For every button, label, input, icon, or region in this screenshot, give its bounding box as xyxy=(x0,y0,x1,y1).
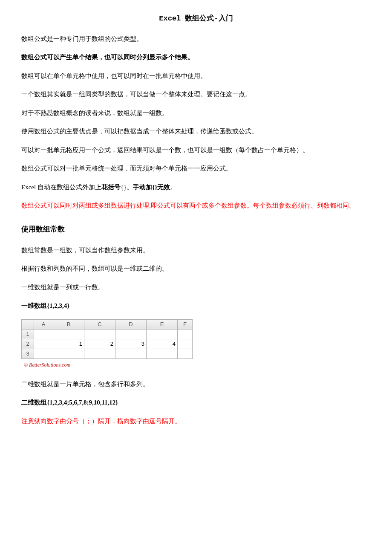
paragraph-4: 一个数组其实就是一组同类型的数据，可以当做一个整体来处理。要记住这一点。 xyxy=(21,89,371,100)
paragraph-red-note-2: 注意纵向数字由分号（；）隔开，横向数字由逗号隔开。 xyxy=(21,416,371,427)
cell xyxy=(53,349,84,359)
excel-sheet-table: ABCDEF1212343 xyxy=(21,319,193,359)
cell xyxy=(178,349,193,359)
table-row: 1 xyxy=(22,329,193,339)
cell xyxy=(34,349,53,359)
col-header-A: A xyxy=(34,319,53,329)
col-header-F: F xyxy=(178,319,193,329)
paragraph-3: 数组可以在单个单元格中使用，也可以同时在一批单元格中使用。 xyxy=(21,71,371,82)
cell: 2 xyxy=(84,339,115,349)
paragraph-bold-results: 数组公式可以产生单个结果，也可以同时分列显示多个结果。 xyxy=(21,52,371,63)
paragraph-1d-array: 一维数组{1,2,3,4} xyxy=(21,301,371,312)
cell xyxy=(53,329,84,339)
col-header-D: D xyxy=(115,319,147,329)
p9-text-c: {}。 xyxy=(121,184,133,191)
cell xyxy=(84,349,115,359)
col-header-C: C xyxy=(84,319,115,329)
paragraph-7: 可以对一批单元格应用一个公式，返回结果可以是一个数，也可以是一组数（每个数占一个… xyxy=(21,145,371,156)
p9-text-e: 。 xyxy=(170,184,176,191)
table-row: 21234 xyxy=(22,339,193,349)
col-header-B: B xyxy=(53,319,84,329)
excel-table-container: ABCDEF1212343 xyxy=(21,319,371,359)
table-row: 3 xyxy=(22,349,193,359)
cell: 4 xyxy=(147,339,178,349)
cell xyxy=(34,329,53,339)
cell xyxy=(34,339,53,349)
paragraph-13: 一维数组就是一列或一行数。 xyxy=(21,282,371,293)
paragraph-6: 使用数组公式的主要优点是，可以把数据当成一个整体来处理，传递给函数或公式。 xyxy=(21,126,371,137)
cell xyxy=(84,329,115,339)
cell xyxy=(147,349,178,359)
p9-bold-d: 手动加{}无效 xyxy=(133,184,170,191)
cell: 3 xyxy=(115,339,147,349)
paragraph-12: 根据行数和列数的不同，数组可以是一维或二维的。 xyxy=(21,263,371,275)
row-header-2: 2 xyxy=(22,339,34,349)
cell xyxy=(178,339,193,349)
paragraph-2d-array: 二维数组{1,2,3,4;5,6,7,8;9,10,11,12} xyxy=(21,397,371,408)
paragraph-intro: 数组公式是一种专门用于数组的公式类型。 xyxy=(21,34,371,45)
paragraph-15: 二维数组就是一片单元格，包含多行和多列。 xyxy=(21,379,371,390)
cell xyxy=(115,329,147,339)
paragraph-8: 数组公式可以对一批单元格统一处理，而无须对每个单元格一一应用公式。 xyxy=(21,163,371,174)
row-header-3: 3 xyxy=(22,349,34,359)
heading-array-constants: 使用数组常数 xyxy=(21,223,371,236)
cell xyxy=(178,329,193,339)
col-header-corner xyxy=(22,319,34,329)
p9-text-a: Excel 自动在数组公式外加上 xyxy=(21,184,101,191)
paragraph-red-note-1: 数组公式可以同时对两组或多组数据进行处理,即公式可以有两个或多个数组参数。每个数… xyxy=(21,200,371,211)
table-credit: © BetterSolutions.com xyxy=(24,361,371,369)
cell xyxy=(147,329,178,339)
document-title: Excel 数组公式-入门 xyxy=(21,13,371,25)
col-header-E: E xyxy=(147,319,178,329)
paragraph-9: Excel 自动在数组公式外加上花括号{}。手动加{}无效。 xyxy=(21,182,371,193)
p9-bold-b: 花括号 xyxy=(101,184,121,191)
cell xyxy=(115,349,147,359)
paragraph-5: 对于不熟悉数组概念的读者来说，数组就是一组数。 xyxy=(21,108,371,119)
row-header-1: 1 xyxy=(22,329,34,339)
cell: 1 xyxy=(53,339,84,349)
paragraph-11: 数组常数是一组数，可以当作数组参数来用。 xyxy=(21,245,371,256)
